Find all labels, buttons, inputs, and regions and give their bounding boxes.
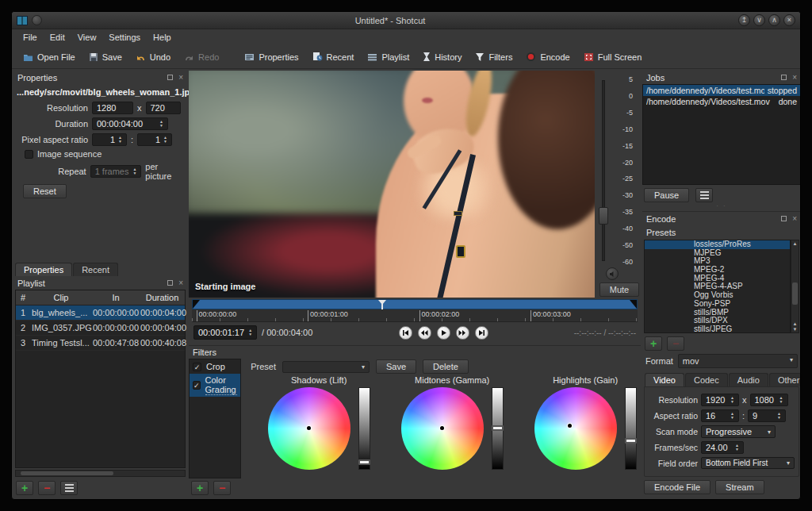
preset-remove-button[interactable]: − xyxy=(667,336,684,351)
wheel-cursor[interactable] xyxy=(568,424,572,428)
presets-vscrollbar[interactable]: ▲ ▲ ▼ xyxy=(791,240,799,333)
midtones-level-slider[interactable] xyxy=(492,387,504,470)
filter-checkbox[interactable]: ✓ xyxy=(193,363,201,371)
wheel-cursor[interactable] xyxy=(440,426,444,430)
undo-button[interactable]: Undo xyxy=(129,49,177,65)
preset-dropdown[interactable]: ▾ xyxy=(282,361,370,373)
pause-button[interactable]: Pause xyxy=(644,188,689,202)
spinner-arrows-icon[interactable]: ▲▼ xyxy=(132,167,136,175)
skip-to-start-button[interactable] xyxy=(399,326,412,340)
encode-toolbar-button[interactable]: Encode xyxy=(519,48,576,65)
tab-properties[interactable]: Properties xyxy=(15,263,72,276)
tab-audio[interactable]: Audio xyxy=(729,373,768,386)
enc-width-field[interactable]: 1920▲▼ xyxy=(701,394,739,406)
par-denominator-field[interactable]: 1▲▼ xyxy=(137,133,172,146)
fps-field[interactable]: 24.00▲▼ xyxy=(701,441,744,454)
playlist-remove-button[interactable]: − xyxy=(38,481,56,495)
close-icon[interactable]: × xyxy=(178,75,183,80)
enc-height-field[interactable]: 1080▲▼ xyxy=(750,394,788,406)
enc-aspect-h-field[interactable]: 9▲▼ xyxy=(748,409,786,422)
close-icon[interactable]: × xyxy=(792,216,797,221)
volume-slider-handle[interactable] xyxy=(599,207,608,225)
filter-checkbox[interactable]: ✓ xyxy=(193,381,201,390)
close-icon[interactable]: × xyxy=(792,75,797,80)
redo-button[interactable]: Redo xyxy=(178,49,225,65)
menu-settings[interactable]: Settings xyxy=(102,31,147,44)
enc-aspect-w-field[interactable]: 16▲▼ xyxy=(701,409,739,422)
fast-forward-button[interactable] xyxy=(456,326,469,340)
shadows-color-wheel[interactable] xyxy=(268,387,350,470)
video-preview[interactable]: Starting image xyxy=(189,71,595,298)
menu-view[interactable]: View xyxy=(71,31,103,44)
rewind-button[interactable] xyxy=(418,326,431,340)
midtones-color-wheel[interactable] xyxy=(401,387,484,470)
float-icon[interactable] xyxy=(781,75,787,80)
slider-handle[interactable] xyxy=(625,438,637,444)
speaker-button[interactable] xyxy=(606,267,619,280)
resolution-height-field[interactable]: 720 xyxy=(146,102,181,114)
filters-toolbar-button[interactable]: Filters xyxy=(469,49,519,65)
duration-field[interactable]: 00:00:04:00▲▼ xyxy=(92,117,168,130)
float-icon[interactable] xyxy=(167,75,173,80)
highlights-color-wheel[interactable] xyxy=(534,387,617,470)
image-sequence-checkbox[interactable] xyxy=(25,150,33,159)
spinner-arrows-icon[interactable]: ▲▼ xyxy=(730,412,734,420)
menu-help[interactable]: Help xyxy=(147,31,178,44)
highlights-level-slider[interactable] xyxy=(625,387,637,470)
save-button[interactable]: Save xyxy=(82,49,128,65)
scan-mode-dropdown[interactable]: Progressive▾ xyxy=(701,425,776,438)
format-dropdown[interactable]: mov ▾ xyxy=(678,354,798,368)
filter-add-button[interactable]: + xyxy=(191,481,209,495)
spinner-arrows-icon[interactable]: ▲▼ xyxy=(779,396,783,404)
slider-handle[interactable] xyxy=(358,459,370,465)
skip-to-end-button[interactable] xyxy=(475,326,488,340)
col-in[interactable]: In xyxy=(92,290,140,305)
playlist-row[interactable]: 1 blg_wheels_... 00:00:00:00 00:00:04:00 xyxy=(16,305,185,321)
shadows-level-slider[interactable] xyxy=(358,387,370,470)
spinner-arrows-icon[interactable]: ▲▼ xyxy=(730,396,734,404)
playlist-row[interactable]: 2 IMG_0357.JPG 00:00:00:00 00:00:04:00 xyxy=(16,321,185,336)
float-icon[interactable] xyxy=(167,280,173,286)
job-row[interactable]: /home/ddennedy/Videos/test.mov done xyxy=(643,96,800,107)
filter-item-color-grading[interactable]: ✓ Color Grading xyxy=(190,374,240,397)
titlebar-menu-button[interactable] xyxy=(32,15,42,25)
tab-video[interactable]: Video xyxy=(645,373,684,386)
filter-item-crop[interactable]: ✓ Crop xyxy=(190,360,240,374)
close-button[interactable]: × xyxy=(783,14,795,26)
playlist-toolbar-button[interactable]: Playlist xyxy=(361,49,416,65)
play-button[interactable] xyxy=(437,326,450,340)
tab-recent[interactable]: Recent xyxy=(73,263,118,276)
col-duration[interactable]: Duration xyxy=(140,290,185,305)
filter-remove-button[interactable]: − xyxy=(213,481,231,495)
reset-button[interactable]: Reset xyxy=(23,184,67,198)
spinner-arrows-icon[interactable]: ▲▼ xyxy=(777,412,781,420)
playlist-add-button[interactable]: + xyxy=(16,481,33,495)
splitter-handle[interactable]: · · xyxy=(642,204,801,208)
preset-add-button[interactable]: + xyxy=(645,336,662,351)
playlist-row[interactable]: 3 Timing Testsl... 00:00:47:08 00:00:40:… xyxy=(16,336,185,351)
preset-item[interactable]: MJPEG xyxy=(645,249,790,258)
preset-item[interactable]: Sony-PSP xyxy=(645,300,790,309)
playlist-hscrollbar[interactable] xyxy=(15,470,186,477)
properties-toolbar-button[interactable]: Properties xyxy=(238,49,304,65)
tab-other[interactable]: Other xyxy=(769,373,801,386)
menu-file[interactable]: File xyxy=(17,31,44,44)
recent-toolbar-button[interactable]: Recent xyxy=(306,48,361,65)
repeat-field[interactable]: 1 frames▲▼ xyxy=(90,165,142,178)
time-ruler[interactable]: 00:00:00:00 00:00:01:00 00:00:02:00 00:0… xyxy=(192,309,638,322)
par-numerator-field[interactable]: 1▲▼ xyxy=(92,133,127,146)
wheel-cursor[interactable] xyxy=(307,426,311,430)
slider-handle[interactable] xyxy=(492,425,504,431)
job-row[interactable]: /home/ddennedy/Videos/test.mov stopped xyxy=(643,85,800,96)
spinner-arrows-icon[interactable]: ▲▼ xyxy=(735,444,739,451)
position-timecode-field[interactable]: 00:00:01:17 ▲▼ xyxy=(193,325,257,340)
encode-file-button[interactable]: Encode File xyxy=(644,480,710,494)
spinner-arrows-icon[interactable]: ▲▼ xyxy=(118,136,122,144)
menu-edit[interactable]: Edit xyxy=(44,31,71,44)
open-file-button[interactable]: Open File xyxy=(17,49,82,65)
playlist-menu-button[interactable] xyxy=(60,481,78,495)
jobs-menu-button[interactable] xyxy=(695,188,713,202)
spinner-arrows-icon[interactable]: ▲▼ xyxy=(163,136,167,144)
minimize-button[interactable]: ∨ xyxy=(753,14,765,26)
trim-in-handle[interactable] xyxy=(193,300,200,309)
